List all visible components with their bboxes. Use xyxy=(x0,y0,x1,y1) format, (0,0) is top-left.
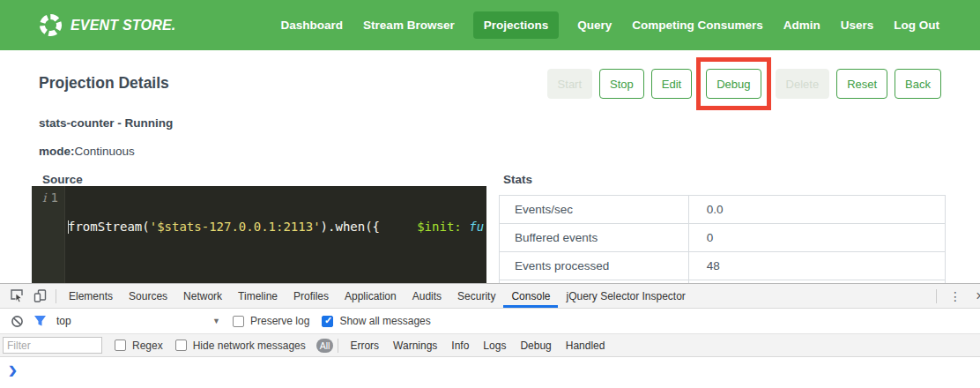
device-toolbar-icon[interactable] xyxy=(28,286,51,307)
show-all-messages-checkbox[interactable]: Show all messages xyxy=(322,315,430,327)
tab-elements[interactable]: Elements xyxy=(61,284,121,308)
nav-item-projections[interactable]: Projections xyxy=(473,11,560,39)
hide-network-messages-checkbox[interactable]: Hide network messages xyxy=(175,340,306,352)
code-token: fromStream( xyxy=(68,220,150,234)
code-line-1: fromStream('$stats-127.0.0.1:2113').when… xyxy=(68,219,486,235)
nav-item-logout[interactable]: Log Out xyxy=(892,11,941,39)
checkbox-unchecked-icon[interactable] xyxy=(233,316,244,327)
gutter-info-icon: i xyxy=(42,190,46,205)
filter-level-warnings[interactable]: Warnings xyxy=(386,340,444,352)
filter-level-info[interactable]: Info xyxy=(444,340,476,352)
filter-icon[interactable] xyxy=(28,310,51,332)
stat-label: Events/sec xyxy=(500,196,689,223)
devtools-close-icon[interactable]: × xyxy=(969,288,980,304)
code-token: ).when({ xyxy=(321,220,380,234)
preserve-log-label: Preserve log xyxy=(250,315,309,327)
projection-status: stats-counter - Running xyxy=(39,116,173,130)
stat-label: Buffered events xyxy=(500,224,689,251)
toolbar-divider xyxy=(936,289,937,303)
regex-checkbox[interactable]: Regex xyxy=(115,340,163,352)
source-code-editor[interactable]: i1 fromStream('$stats-127.0.0.1:2113').w… xyxy=(32,186,486,283)
projection-action-buttons: Start Stop Edit Debug Delete Reset Back xyxy=(547,69,941,99)
tab-timeline[interactable]: Timeline xyxy=(230,284,286,308)
chevron-down-icon: ▼ xyxy=(212,317,220,325)
page-title: Projection Details xyxy=(39,74,169,93)
top-navbar: EVENT STORE. Dashboard Stream Browser Pr… xyxy=(0,0,980,50)
edit-button[interactable]: Edit xyxy=(651,69,692,99)
filter-input[interactable] xyxy=(3,337,102,354)
start-button: Start xyxy=(547,69,592,99)
tab-application[interactable]: Application xyxy=(337,284,405,308)
tab-profiles[interactable]: Profiles xyxy=(286,284,337,308)
hide-network-messages-label: Hide network messages xyxy=(193,340,306,352)
code-token xyxy=(380,220,417,234)
filter-level-all-badge[interactable]: All xyxy=(316,339,334,353)
eventstore-logo[interactable]: EVENT STORE. xyxy=(39,13,175,37)
inspect-element-icon[interactable] xyxy=(5,286,28,307)
show-all-messages-label: Show all messages xyxy=(339,315,430,327)
console-toolbar: top ▼ Preserve log Show all messages xyxy=(0,309,980,334)
toolbar-divider xyxy=(56,289,56,303)
checkbox-unchecked-icon[interactable] xyxy=(175,340,187,351)
filter-level-handled[interactable]: Handled xyxy=(559,340,612,352)
stats-heading: Stats xyxy=(503,173,532,186)
mode-value: Continuous xyxy=(75,145,135,158)
devtools-tabbar-right: ⋮ × xyxy=(932,284,980,308)
reset-button[interactable]: Reset xyxy=(836,69,887,99)
filter-level-debug[interactable]: Debug xyxy=(513,340,558,352)
delete-button: Delete xyxy=(776,69,830,99)
console-prompt-icon: ❯ xyxy=(8,364,18,377)
tab-jquery-selector-inspector[interactable]: jQuery Selector Inspector xyxy=(558,284,693,308)
stat-value: 0 xyxy=(689,224,945,251)
code-token-init: $init: xyxy=(417,220,462,234)
stop-button[interactable]: Stop xyxy=(599,69,644,99)
table-row: Events/sec 0.0 xyxy=(500,196,945,224)
screen: EVENT STORE. Dashboard Stream Browser Pr… xyxy=(0,0,980,388)
filter-level-errors[interactable]: Errors xyxy=(343,340,386,352)
regex-label: Regex xyxy=(132,340,163,352)
tab-network[interactable]: Network xyxy=(175,284,230,308)
editor-gutter: i1 xyxy=(32,186,64,283)
execution-context-selector[interactable]: top ▼ xyxy=(51,315,220,327)
eventstore-ring-icon xyxy=(39,13,63,37)
eventstore-logo-text: EVENT STORE. xyxy=(71,18,175,34)
devtools-menu-icon[interactable]: ⋮ xyxy=(941,292,969,301)
toolbar-divider xyxy=(338,339,338,353)
tab-console[interactable]: Console xyxy=(503,284,558,308)
gutter-line-number: 1 xyxy=(51,190,58,205)
console-prompt-area[interactable]: ❯ xyxy=(0,357,980,388)
nav-item-stream-browser[interactable]: Stream Browser xyxy=(361,11,457,39)
checkbox-unchecked-icon[interactable] xyxy=(115,340,126,351)
nav-item-query[interactable]: Query xyxy=(575,11,613,39)
table-row: Events processed 48 xyxy=(500,252,945,280)
devtools-tabbar: Elements Sources Network Timeline Profil… xyxy=(0,284,980,309)
context-value: top xyxy=(56,315,71,327)
filter-level-logs[interactable]: Logs xyxy=(476,340,513,352)
projection-mode: mode:Continuous xyxy=(39,145,135,158)
stat-value: 48 xyxy=(689,252,945,280)
tab-security[interactable]: Security xyxy=(449,284,503,308)
mode-label: mode: xyxy=(39,145,75,158)
stat-label: Events processed xyxy=(500,252,689,280)
preserve-log-checkbox[interactable]: Preserve log xyxy=(233,315,309,327)
table-row: Buffered events 0 xyxy=(500,224,945,252)
devtools-panel: Elements Sources Network Timeline Profil… xyxy=(0,283,980,388)
back-button[interactable]: Back xyxy=(895,69,941,99)
main-nav: Dashboard Stream Browser Projections Que… xyxy=(279,11,941,39)
stat-value: 0.0 xyxy=(689,196,945,223)
debug-button[interactable]: Debug xyxy=(706,69,761,99)
nav-item-users[interactable]: Users xyxy=(839,11,876,39)
nav-item-admin[interactable]: Admin xyxy=(782,11,822,39)
nav-item-dashboard[interactable]: Dashboard xyxy=(279,11,345,39)
code-token-string: '$stats-127.0.0.1:2113' xyxy=(150,220,321,234)
debug-highlight-box: Debug xyxy=(696,57,770,110)
tab-sources[interactable]: Sources xyxy=(121,284,175,308)
code-token xyxy=(462,220,469,234)
nav-item-competing-consumers[interactable]: Competing Consumers xyxy=(630,11,765,39)
tab-audits[interactable]: Audits xyxy=(405,284,449,308)
clear-console-icon[interactable] xyxy=(5,310,28,332)
main-content: Projection Details Start Stop Edit Debug… xyxy=(0,50,980,283)
checkbox-checked-icon[interactable] xyxy=(322,316,333,327)
source-heading: Source xyxy=(42,173,83,186)
editor-code-area[interactable]: fromStream('$stats-127.0.0.1:2113').when… xyxy=(64,186,486,283)
